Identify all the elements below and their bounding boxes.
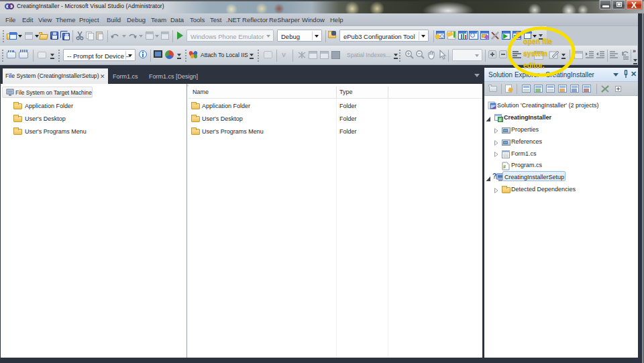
svg-text:#: # — [499, 117, 502, 122]
svg-text:#: # — [503, 164, 506, 169]
